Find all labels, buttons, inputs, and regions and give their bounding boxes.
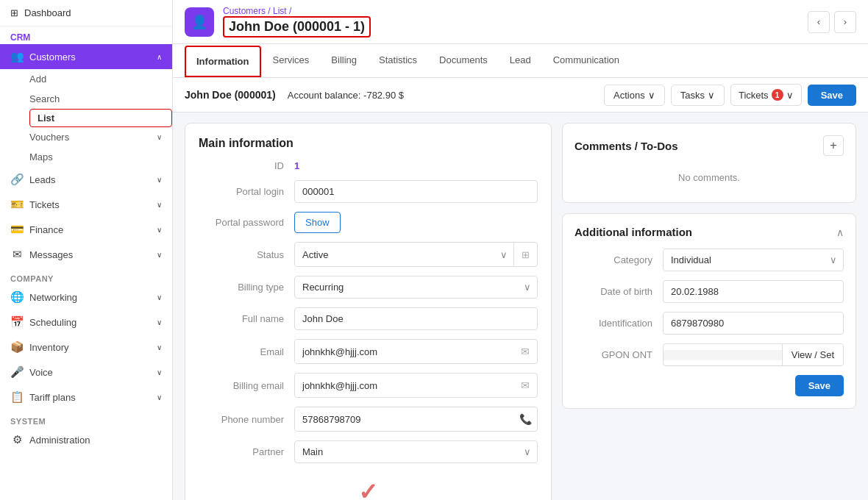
partner-select[interactable]: Main [295, 441, 518, 463]
tabs-bar: Information Services Billing Statistics … [173, 44, 868, 78]
tasks-button[interactable]: Tasks ∨ [671, 85, 725, 106]
finance-icon: 💳 [10, 223, 24, 236]
tab-lead[interactable]: Lead [499, 46, 541, 76]
portal-login-row: Portal login [199, 180, 538, 203]
portal-login-input[interactable] [294, 180, 538, 203]
tickets-chevron-icon: ∨ [786, 90, 794, 101]
sidebar-top: ⊞ Dashboard [0, 0, 172, 26]
sidebar-item-finance[interactable]: 💳 Finance ∨ [0, 217, 172, 242]
messages-label: Messages [29, 249, 73, 260]
dob-input[interactable] [663, 280, 844, 303]
email-input-wrapper: ✉ [294, 339, 538, 364]
scheduling-label: Scheduling [29, 317, 77, 328]
vouchers-chevron-icon: ∨ [157, 133, 162, 141]
billing-type-select[interactable]: Recurring [295, 276, 518, 298]
category-select-wrapper: Individual ∨ [663, 249, 844, 271]
sidebar-item-voice[interactable]: 🎤 Voice ∨ [0, 360, 172, 385]
identification-row: Identification [574, 312, 844, 335]
phone-input[interactable] [295, 409, 513, 430]
networking-icon: 🌐 [10, 290, 24, 304]
sidebar-item-leads[interactable]: 🔗 Leads ∨ [0, 167, 172, 192]
sidebar-item-tickets[interactable]: 🎫 Tickets ∨ [0, 192, 172, 217]
phone-label: Phone number [199, 414, 294, 425]
header-nav: ‹ › [808, 11, 856, 33]
sidebar-item-administration[interactable]: ⚙ Administration [0, 427, 172, 452]
inventory-icon: 📦 [10, 340, 24, 354]
sidebar-item-customers[interactable]: 👥 Customers ∧ [0, 44, 172, 69]
next-button[interactable]: › [834, 11, 856, 33]
tickets-icon: 🎫 [10, 198, 24, 211]
tickets-button[interactable]: Tickets 1 ∨ [730, 84, 802, 106]
status-select[interactable]: Active [295, 244, 494, 265]
ticket-count-badge: 1 [772, 89, 783, 101]
category-select[interactable]: Individual [664, 249, 824, 271]
no-comments-text: No comments. [574, 165, 844, 190]
tab-information[interactable]: Information [185, 46, 261, 77]
dob-label: Date of birth [574, 286, 663, 297]
tab-statistics[interactable]: Statistics [369, 46, 427, 76]
sidebar-sub-search[interactable]: Search [29, 89, 172, 109]
full-name-input[interactable] [294, 307, 538, 330]
sidebar-sub-vouchers[interactable]: Vouchers ∨ [29, 127, 172, 147]
portal-password-label: Portal password [199, 217, 294, 228]
category-field: Individual ∨ [663, 249, 844, 271]
category-row: Category Individual ∨ [574, 249, 844, 271]
tab-documents[interactable]: Documents [429, 46, 498, 76]
save-button-bottom[interactable]: Save [795, 375, 844, 396]
sidebar-item-tariff-plans[interactable]: 📋 Tariff plans ∨ [0, 385, 172, 410]
dashboard-label[interactable]: Dashboard [24, 7, 71, 18]
sidebar-sub-list[interactable]: List [29, 109, 172, 127]
portal-password-row: Portal password Show [199, 212, 538, 233]
inventory-chevron-icon: ∨ [157, 343, 162, 351]
identification-input[interactable] [663, 312, 844, 335]
billing-email-row: Billing email ✉ [199, 373, 538, 398]
voice-icon: 🎤 [10, 365, 24, 379]
dashboard-icon: ⊞ [10, 7, 18, 18]
sidebar-item-networking[interactable]: 🌐 Networking ∨ [0, 285, 172, 310]
save-button-top[interactable]: Save [808, 85, 856, 106]
balance-value: -782.90 $ [363, 90, 404, 101]
admin-label: Administration [29, 435, 90, 446]
show-password-button[interactable]: Show [294, 212, 341, 233]
add-comment-button[interactable]: + [823, 135, 844, 156]
billing-type-select-wrapper: Recurring ∨ [294, 276, 538, 299]
tickets-label: Tickets [29, 199, 60, 210]
email-input[interactable] [295, 341, 513, 362]
billing-email-label: Billing email [199, 380, 294, 391]
status-chevron-icon: ∨ [494, 249, 513, 260]
collapse-button[interactable]: ∧ [836, 226, 844, 238]
save-bottom: Save [574, 375, 844, 396]
actions-button[interactable]: Actions ∨ [604, 85, 665, 106]
status-select-wrapper: Active ∨ ⊞ [294, 242, 538, 267]
customers-chevron-icon: ∧ [157, 53, 162, 61]
header-user-icon: 👤 [191, 14, 207, 30]
tab-billing[interactable]: Billing [321, 46, 367, 76]
prev-button[interactable]: ‹ [808, 11, 830, 33]
tab-communication[interactable]: Communication [543, 46, 630, 76]
comments-box: Comments / To-Dos + No comments. [562, 123, 856, 203]
gpon-empty [664, 350, 782, 360]
status-grid-icon[interactable]: ⊞ [513, 243, 537, 266]
company-label: COMPANY [0, 267, 172, 285]
sidebar-sub-maps[interactable]: Maps [29, 147, 172, 167]
main-info-title: Main information [199, 137, 538, 150]
voice-chevron-icon: ∨ [157, 368, 162, 376]
sidebar-item-scheduling[interactable]: 📅 Scheduling ∨ [0, 310, 172, 335]
gpon-row: GPON ONT View / Set [574, 343, 844, 366]
sidebar-item-inventory[interactable]: 📦 Inventory ∨ [0, 335, 172, 360]
tariff-chevron-icon: ∨ [157, 393, 162, 401]
header-title-block: Customers / List / John Doe (000001 - 1) [223, 6, 371, 38]
scheduling-icon: 📅 [10, 315, 24, 329]
tariff-label: Tariff plans [29, 392, 76, 403]
sidebar-sub-add[interactable]: Add [29, 69, 172, 89]
id-field: 1 [294, 160, 538, 171]
tab-services[interactable]: Services [263, 46, 320, 76]
status-row: Status Active ∨ ⊞ [199, 242, 538, 267]
breadcrumb[interactable]: Customers / List / [223, 6, 371, 16]
billing-email-field: ✉ [294, 373, 538, 398]
customer-name: John Doe (000001) [185, 89, 276, 101]
billing-email-input[interactable] [295, 375, 513, 396]
comments-header: Comments / To-Dos + [574, 135, 844, 156]
gpon-view-set-button[interactable]: View / Set [782, 344, 843, 365]
sidebar-item-messages[interactable]: ✉ Messages ∨ [0, 242, 172, 267]
